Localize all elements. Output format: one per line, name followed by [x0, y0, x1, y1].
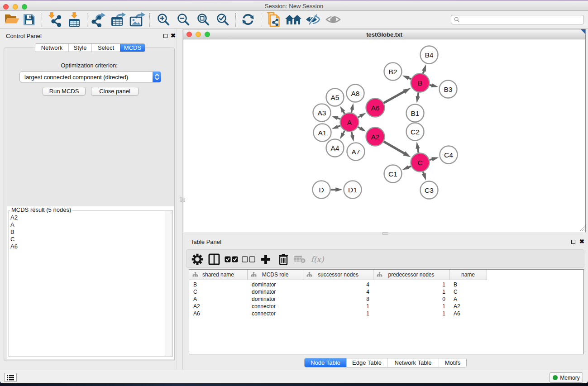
graph-node-C4[interactable]: C4	[440, 146, 458, 164]
graph-node-C3[interactable]: C3	[421, 181, 438, 199]
export-network-button[interactable]	[90, 11, 108, 28]
graph-edge-A-A1[interactable]	[332, 125, 340, 129]
graph-node-A5[interactable]: A5	[326, 89, 344, 106]
tab-network[interactable]: Network	[35, 44, 68, 52]
refresh-button[interactable]	[239, 11, 257, 28]
graph-edge-A-A8[interactable]	[350, 103, 354, 113]
graph-node-A2[interactable]: A2	[366, 128, 385, 146]
tab-mcds[interactable]: MCDS	[120, 44, 145, 52]
network-canvas[interactable]: B4B2BB3A5A8A6A3B1AA1C2A2A4A7C4CC1C3DD1	[183, 40, 585, 232]
import-table-button[interactable]	[65, 11, 83, 28]
graph-node-B[interactable]: B	[411, 74, 430, 92]
save-session-button[interactable]	[20, 11, 38, 28]
graph-node-C2[interactable]: C2	[406, 123, 424, 141]
graph-node-A8[interactable]: A8	[347, 85, 364, 102]
graph-edge-B-B3[interactable]	[430, 83, 438, 87]
graph-node-B3[interactable]: B3	[440, 81, 457, 98]
tab-select[interactable]: Select	[91, 44, 120, 52]
graph-node-B2[interactable]: B2	[384, 63, 402, 81]
import-network-button[interactable]	[46, 11, 64, 28]
table-row[interactable]: Adominator80A	[189, 295, 583, 303]
graph-node-B1[interactable]: B1	[406, 105, 424, 122]
deselect-all-rows-button[interactable]	[239, 250, 258, 268]
delete-table-button[interactable]	[291, 250, 309, 268]
create-new-column-button[interactable]	[257, 250, 275, 268]
table-options-button[interactable]	[188, 250, 206, 268]
tab-motifs[interactable]: Motifs	[439, 358, 466, 367]
graph-edge-B-B2[interactable]	[402, 76, 411, 80]
first-neighbors-button[interactable]	[284, 11, 302, 28]
column-header-MCDS-role[interactable]: MCDS role	[248, 270, 303, 280]
table-row[interactable]: Cdominator41C	[189, 288, 583, 295]
graph-edge-A-A6[interactable]	[358, 113, 366, 118]
close-panel-icon[interactable]: ✖	[171, 33, 176, 39]
function-builder-button[interactable]: f(x)	[308, 250, 326, 268]
mcds-result-item[interactable]: C	[10, 236, 18, 243]
graph-node-C1[interactable]: C1	[384, 165, 402, 183]
criterion-dropdown[interactable]: largest connected component (directed)	[19, 71, 161, 82]
graph-edge-A-A7[interactable]	[350, 132, 354, 142]
close-panel-button[interactable]: Close panel	[91, 87, 139, 95]
graph-node-A7[interactable]: A7	[347, 143, 365, 161]
graph-edge-C-C3[interactable]	[422, 172, 426, 180]
show-column-button[interactable]	[205, 250, 223, 268]
graph-node-A[interactable]: A	[340, 113, 359, 132]
zoom-in-button[interactable]	[154, 11, 172, 28]
task-history-button[interactable]	[4, 373, 17, 382]
graph-edge-A-A2[interactable]	[358, 127, 366, 132]
graph-node-C[interactable]: C	[411, 153, 430, 172]
close-table-panel-icon[interactable]: ✖	[579, 238, 584, 245]
graph-node-A4[interactable]: A4	[326, 139, 344, 157]
open-session-button[interactable]	[3, 11, 21, 28]
float-table-panel-icon[interactable]	[571, 240, 575, 244]
export-table-button[interactable]	[109, 11, 127, 28]
mcds-result-item[interactable]: A	[10, 221, 18, 229]
vertical-splitter-handle[interactable]	[180, 197, 182, 202]
tab-network-table[interactable]: Network Table	[387, 358, 439, 367]
graph-edge-B-B1[interactable]	[416, 92, 420, 103]
show-all-button[interactable]	[324, 11, 342, 28]
graph-edge-A2-C[interactable]	[384, 142, 411, 157]
run-mcds-button[interactable]: Run MCDS	[43, 87, 86, 95]
export-image-button[interactable]	[129, 11, 147, 28]
graph-node-D1[interactable]: D1	[344, 181, 362, 199]
memory-button[interactable]: Memory	[550, 372, 583, 383]
graph-node-A1[interactable]: A1	[314, 124, 331, 142]
graph-edge-A-A3[interactable]	[331, 116, 340, 120]
graph-edge-C-C1[interactable]	[402, 165, 411, 170]
graph-node-B4[interactable]: B4	[421, 46, 438, 64]
graph-node-A3[interactable]: A3	[313, 104, 331, 122]
graph-node-D[interactable]: D	[313, 181, 330, 199]
hide-selected-button[interactable]	[304, 11, 322, 28]
tab-node-table[interactable]: Node Table	[305, 358, 346, 367]
vertical-splitter[interactable]	[177, 29, 183, 370]
graph-edge-C-C4[interactable]	[430, 157, 439, 161]
table-row[interactable]: Bdominator41B	[189, 281, 583, 288]
delete-columns-button[interactable]	[274, 250, 292, 268]
graph-edge-C-C2[interactable]	[416, 142, 420, 153]
tab-style[interactable]: Style	[68, 44, 91, 52]
result-scrollbar[interactable]	[165, 211, 172, 356]
column-header-successor-nodes[interactable]: successor nodes	[303, 270, 373, 280]
zoom-out-button[interactable]	[174, 11, 192, 28]
tab-edge-table[interactable]: Edge Table	[346, 358, 387, 367]
select-all-rows-button[interactable]	[222, 250, 240, 268]
zoom-selected-button[interactable]	[214, 11, 232, 28]
table-row[interactable]: A2connector11A2	[189, 303, 583, 310]
new-network-from-selection-button[interactable]	[264, 11, 282, 28]
search-input[interactable]	[460, 16, 583, 24]
resize-grip-icon[interactable]	[580, 226, 585, 231]
graph-edge-D-D1[interactable]	[331, 187, 343, 191]
graph-node-A6[interactable]: A6	[366, 99, 385, 117]
column-header-shared-name[interactable]: shared name	[189, 270, 248, 280]
column-header-predecessor-nodes[interactable]: predecessor nodes	[373, 270, 449, 280]
mcds-result-item[interactable]: A2	[10, 214, 18, 221]
mcds-result-item[interactable]: A6	[10, 243, 18, 250]
graph-edge-A6-B[interactable]	[384, 88, 411, 103]
graph-edge-A-A4[interactable]	[340, 131, 345, 139]
zoom-fit-button[interactable]	[194, 11, 212, 28]
graph-edge-A-A5[interactable]	[340, 106, 345, 114]
table-row[interactable]: A6connector11A6	[189, 310, 583, 317]
mcds-result-item[interactable]: B	[10, 229, 18, 236]
search-box[interactable]	[451, 15, 584, 24]
